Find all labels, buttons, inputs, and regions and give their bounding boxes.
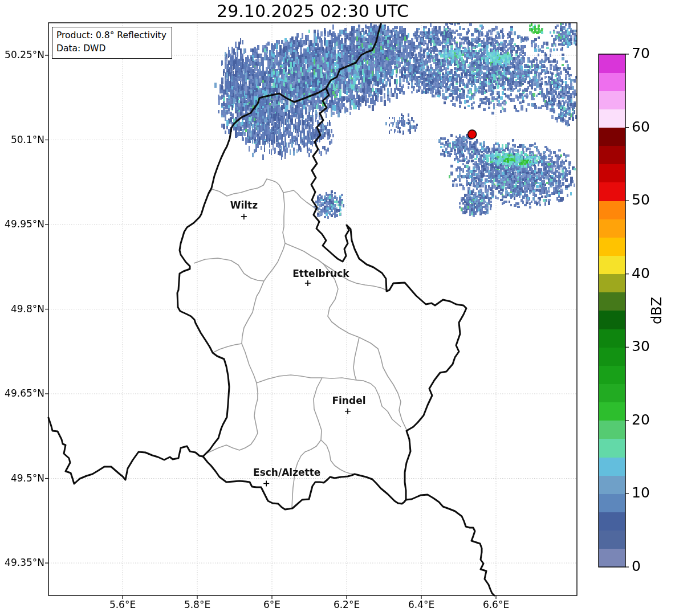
national-border (48, 418, 203, 484)
colorbar-unit-label: dBZ (649, 285, 669, 336)
district-border (321, 440, 355, 474)
info-box-product-line: Product: 0.8° Reflectivity (56, 29, 166, 42)
city-marker (305, 280, 311, 286)
district-border (213, 344, 242, 353)
info-box: Product: 0.8° Reflectivity Data: DWD (52, 27, 172, 59)
city-marker (263, 480, 269, 486)
national-border (177, 88, 326, 456)
info-box-source-line: Data: DWD (56, 42, 166, 55)
national-border (203, 456, 406, 509)
radar-site-dot (468, 130, 477, 138)
district-border (328, 289, 406, 430)
figure-title: 29.10.2025 02:30 UTC (48, 1, 577, 21)
national-border (311, 88, 494, 595)
district-border (292, 378, 322, 508)
city-marker (241, 214, 247, 219)
colorbar-frame (599, 54, 625, 567)
district-border (207, 179, 320, 213)
district-border (285, 243, 338, 289)
plot-frame (48, 23, 577, 595)
national-border (326, 24, 381, 88)
district-border (257, 375, 401, 427)
district-border (207, 193, 285, 453)
district-border (353, 337, 359, 380)
district-border (194, 258, 264, 281)
map-layer (0, 0, 675, 616)
radar-figure: 29.10.2025 02:30 UTC Product: 0.8° Refle… (0, 0, 675, 616)
city-marker (345, 409, 351, 414)
